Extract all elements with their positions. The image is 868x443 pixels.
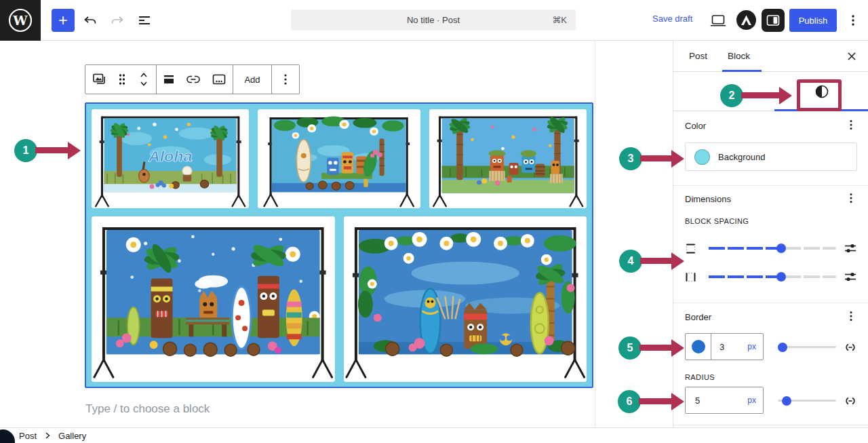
tab-block[interactable]: Block (728, 41, 750, 71)
background-color-control[interactable]: Background (685, 142, 857, 171)
toolbar-group-add: Add (233, 65, 272, 94)
move-up-down-buttons[interactable] (132, 65, 156, 94)
list-view-icon (138, 14, 151, 27)
document-overview-button[interactable] (133, 9, 156, 31)
vertical-spacing-custom-button[interactable] (842, 240, 859, 256)
section-divider (673, 425, 868, 425)
redo-icon (110, 13, 125, 28)
gallery-image-2[interactable] (258, 109, 420, 208)
desktop-icon (710, 12, 726, 28)
preview-button[interactable] (707, 9, 730, 31)
breadcrumb-post[interactable]: Post (19, 431, 37, 441)
annotation-4-number: 4 (619, 250, 642, 273)
horizontal-spacing-slider[interactable] (709, 275, 836, 278)
background-color-label: Background (718, 152, 765, 162)
background-color-swatch (694, 149, 710, 165)
aloha-text: Aloha (148, 147, 193, 164)
border-width-slider[interactable] (778, 346, 836, 348)
settings-sidebar-toggle[interactable] (762, 9, 785, 32)
slider-thumb[interactable] (778, 343, 787, 352)
vertical-spacing-row (673, 240, 868, 256)
annotation-5-number: 5 (618, 336, 642, 360)
toolbar-group-more (272, 65, 299, 94)
color-section-title: Color (685, 121, 706, 131)
alignment-icon (161, 71, 177, 88)
wordpress-logo-button[interactable]: W (0, 0, 41, 41)
toolbar-group-format (157, 65, 233, 94)
horizontal-spacing-custom-button[interactable] (842, 269, 859, 285)
plugin-a-button[interactable] (736, 10, 756, 30)
radius-input[interactable] (686, 396, 719, 406)
radius-slider[interactable] (778, 400, 836, 402)
block-options-button[interactable] (272, 65, 299, 94)
gallery-add-button[interactable]: Add (233, 65, 271, 94)
settings-sidebar: Post Block Color Background Dimensions (673, 41, 868, 427)
close-sidebar-button[interactable] (844, 49, 859, 64)
caption-button[interactable] (205, 65, 233, 94)
aloha-backdrop-illustration: Aloha (92, 109, 249, 208)
undo-icon (83, 13, 98, 28)
toolbar-group-block (85, 65, 157, 94)
block-appender-placeholder[interactable]: Type / to choose a block (85, 402, 210, 416)
annotation-4-arrow (640, 258, 671, 264)
gallery-row-1: Aloha (92, 109, 587, 208)
annotation-1-arrowhead (68, 142, 81, 159)
shortcut-hint: ⌘K (552, 15, 567, 25)
slider-thumb[interactable] (776, 244, 786, 253)
gallery-image-3[interactable] (429, 109, 587, 208)
slider-thumb[interactable] (782, 396, 791, 406)
color-options-button[interactable] (843, 117, 859, 133)
editor-header: W + No title · Post ⌘K Save draft (0, 0, 868, 41)
styles-icon (814, 83, 830, 100)
gallery-image-1[interactable]: Aloha (92, 109, 249, 208)
vertical-spacing-slider[interactable] (709, 247, 836, 250)
border-unlink-button[interactable] (842, 339, 859, 356)
wordpress-logo-icon: W (7, 7, 33, 33)
canvas-sidebar-divider (595, 41, 595, 427)
svg-text:W: W (12, 13, 28, 28)
gallery-image-5[interactable] (344, 216, 587, 382)
drag-handle-icon (117, 72, 127, 87)
unlink-icon (843, 340, 858, 355)
horizontal-spacing-row (673, 269, 868, 285)
block-inspector-subtabs (673, 72, 868, 111)
border-options-button[interactable] (843, 308, 859, 324)
border-color-button[interactable] (686, 334, 711, 360)
annotation-1-arrow (35, 147, 68, 153)
command-palette-button[interactable]: No title · Post ⌘K (291, 9, 576, 31)
document-title: No title · Post (407, 15, 460, 25)
gallery-image-4[interactable] (92, 216, 335, 382)
publish-button[interactable]: Publish (789, 9, 837, 32)
slider-thumb[interactable] (776, 272, 786, 282)
radius-control: px (685, 387, 764, 414)
move-up-down-icon (136, 70, 152, 89)
sidebar-tabs: Post Block (673, 41, 868, 72)
annotation-6-arrow (639, 398, 671, 404)
breadcrumb-gallery[interactable]: Gallery (58, 431, 86, 441)
redo-button[interactable] (106, 9, 129, 31)
radius-unlink-button[interactable] (842, 392, 859, 410)
tab-styles[interactable] (774, 72, 868, 111)
save-draft-button[interactable]: Save draft (652, 14, 692, 24)
drag-handle[interactable] (113, 65, 132, 94)
undo-button[interactable] (79, 9, 102, 31)
radius-unit[interactable]: px (747, 396, 756, 405)
border-width-input[interactable] (711, 342, 737, 352)
gallery-block[interactable]: Aloha (85, 102, 593, 388)
active-subtab-indicator (774, 109, 868, 111)
tune-icon (844, 271, 856, 282)
gallery-block-toolbar: Add (85, 64, 300, 94)
alignment-button[interactable] (157, 65, 181, 94)
options-menu-button[interactable] (842, 9, 864, 31)
plugin-a-icon (738, 12, 755, 28)
slider-fill (709, 275, 781, 278)
gallery-block-type-button[interactable] (85, 65, 113, 94)
ellipsis-vertical-icon (846, 14, 860, 27)
dimensions-options-button[interactable] (843, 190, 859, 206)
tab-post[interactable]: Post (689, 41, 707, 71)
slider-fill (709, 247, 781, 250)
add-block-button[interactable]: + (52, 9, 75, 32)
border-width-unit[interactable]: px (747, 342, 756, 351)
sidebar-icon (765, 12, 781, 28)
link-button[interactable] (181, 65, 205, 94)
